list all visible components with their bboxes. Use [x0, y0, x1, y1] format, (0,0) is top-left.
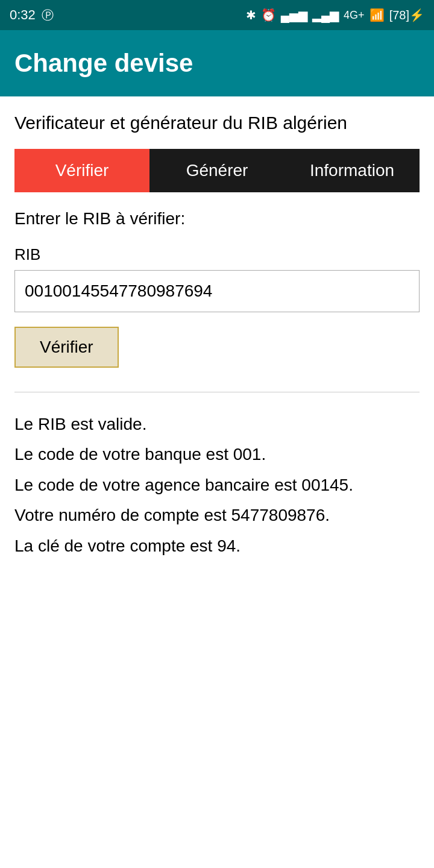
result-block: Le RIB est valide. Le code de votre banq… [14, 409, 420, 561]
tab-verifier[interactable]: Vérifier [14, 149, 149, 192]
signal-icon: ▄▅▆ [281, 8, 307, 22]
rib-label: RIB [14, 245, 420, 264]
result-line2: Le code de votre banque est 001. [14, 439, 420, 470]
main-content: Verificateur et générateur du RIB algéri… [0, 96, 434, 561]
app-bar: Change devise [0, 30, 434, 96]
page-title: Verificateur et générateur du RIB algéri… [14, 111, 420, 134]
time-display: 0:32 [10, 7, 36, 23]
alarm-icon: ⏰ [261, 8, 276, 22]
tab-generer[interactable]: Générer [149, 149, 285, 192]
app-title: Change devise [14, 49, 193, 78]
instruction-text: Entrer le RIB à vérifier: [14, 209, 420, 228]
network-icon: 4G+ [344, 9, 365, 22]
verify-button[interactable]: Vérifier [14, 327, 119, 368]
signal2-icon: ▂▄▆ [312, 8, 339, 22]
divider [14, 392, 420, 392]
result-line5: La clé de votre compte est 94. [14, 531, 420, 561]
picon: Ⓟ [42, 7, 54, 24]
wifi-icon: 📶 [370, 8, 385, 22]
result-line1: Le RIB est valide. [14, 409, 420, 439]
rib-input[interactable] [14, 270, 420, 312]
status-left: 0:32 Ⓟ [10, 7, 54, 24]
result-line3: Le code de votre agence bancaire est 001… [14, 470, 420, 500]
status-right: ✱ ⏰ ▄▅▆ ▂▄▆ 4G+ 📶 [78]⚡ [246, 8, 424, 22]
status-bar: 0:32 Ⓟ ✱ ⏰ ▄▅▆ ▂▄▆ 4G+ 📶 [78]⚡ [0, 0, 434, 30]
battery-icon: [78]⚡ [389, 8, 424, 22]
result-line4: Votre numéro de compte est 5477809876. [14, 500, 420, 530]
bluetooth-icon: ✱ [246, 8, 256, 22]
tab-information[interactable]: Information [285, 149, 420, 192]
tab-bar: Vérifier Générer Information [14, 149, 420, 192]
